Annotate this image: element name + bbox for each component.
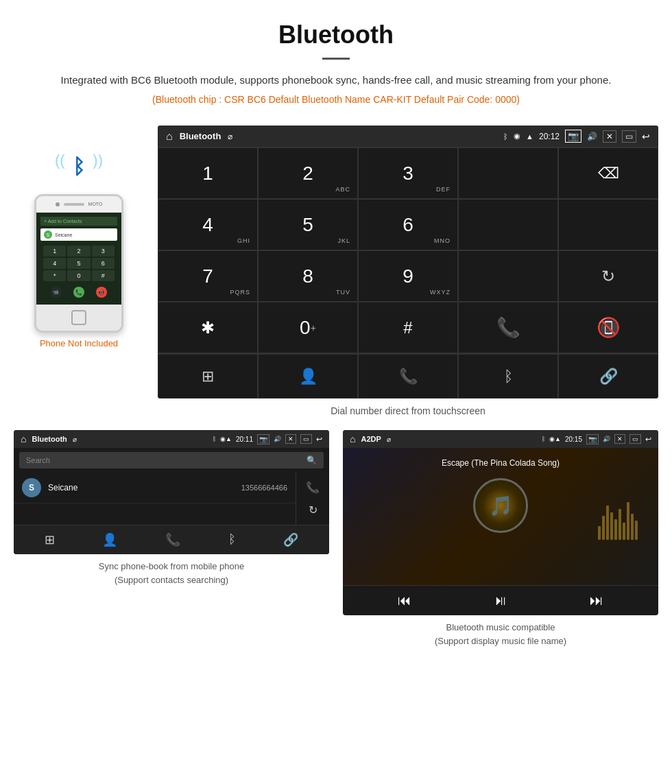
page-title: Bluetooth [27,21,645,49]
headunit-screen-dialpad: ⌂ Bluetooth ⌀ ᛒ ◉ ▲ 20:12 📷 🔊 ✕ ▭ ↩ [158,126,658,399]
hu-back-icon[interactable]: ↩ [642,131,650,142]
phone-screen: + Add to Contacts S Seicane 1 2 3 4 5 6 … [36,213,121,305]
music-home-icon[interactable]: ⌂ [350,433,355,444]
dial-empty-r3-4 [458,250,558,302]
dial-key-2[interactable]: 2ABC [258,147,358,199]
music-prev-btn[interactable]: ⏮ [398,593,411,608]
pb-toolbar: ⊞ 👤 📞 ᛒ 🔗 [14,525,329,554]
dial-key-4[interactable]: 4GHI [158,199,258,250]
music-caption: Bluetooth music compatible (Support disp… [343,615,658,648]
phone-key-hash[interactable]: # [92,270,115,281]
pb-tool-link[interactable]: 🔗 [283,532,298,547]
phone-key-4[interactable]: 4 [43,258,66,269]
page-description: Integrated with BC6 Bluetooth module, su… [27,72,645,88]
dial-key-5[interactable]: 5JKL [258,199,358,250]
music-next-btn[interactable]: ⏭ [590,593,603,608]
pb-close-icon[interactable]: ✕ [285,434,296,444]
pb-tool-bt[interactable]: ᛒ [228,532,236,547]
dial-key-0[interactable]: 0+ [258,302,358,353]
pb-signal-icon: ◉▲ [220,436,232,442]
hu-volume-icon[interactable]: 🔊 [587,132,597,141]
pb-contact-row[interactable]: S Seicane 13566664466 [14,473,296,503]
page-header: Bluetooth Integrated with BC6 Bluetooth … [0,0,672,126]
dial-call-red[interactable]: 📵 [558,302,658,353]
phone-contact-row: S Seicane [40,228,117,241]
phonebook-caption: Sync phone-book from mobile phone (Suppo… [14,554,329,586]
dial-key-7[interactable]: 7PQRS [158,250,258,302]
phone-key-star[interactable]: * [43,270,66,281]
phone-top-bar: MOTO [36,196,121,213]
dial-key-8[interactable]: 8TUV [258,250,358,302]
music-caption-line1: Bluetooth music compatible [446,622,555,632]
contact-name: Seicane [48,483,77,492]
contact-avatar-s: S [22,478,41,497]
hu-close-icon[interactable]: ✕ [603,130,616,143]
phone-speaker [64,203,84,206]
pb-tool-grid[interactable]: ⊞ [45,532,55,547]
phone-home-button[interactable] [71,310,86,325]
dial-key-9[interactable]: 9WXYZ [358,250,458,302]
dialpad-caption: Dial number direct from touchscreen [158,399,658,430]
music-back-icon[interactable]: ↩ [645,435,651,444]
bluetooth-signal-illustration: (( )) ᛒ [55,146,103,187]
phone-video-btn[interactable]: 📹 [51,287,62,298]
dial-key-star[interactable]: ✱ [158,302,258,353]
pb-back-icon[interactable]: ↩ [316,435,322,444]
music-bt-icon: ᛒ [542,436,545,442]
phone-key-0[interactable]: 0 [67,270,90,281]
dial-key-6[interactable]: 6MNO [358,199,458,250]
contact-name: Seicane [55,233,72,237]
music-vol-icon[interactable]: 🔊 [603,436,610,442]
pb-side-refresh-icon[interactable]: ↻ [309,503,317,516]
toolbar-grid[interactable]: ⊞ [158,354,258,399]
dialpad-toolbar: ⊞ 👤 📞 ᛒ 🔗 [158,353,658,399]
dial-key-hash[interactable]: # [358,302,458,353]
headunit-dialpad-screen: ⌂ Bluetooth ⌀ ᛒ ◉ ▲ 20:12 📷 🔊 ✕ ▭ ↩ [158,126,658,430]
music-song-title: Escape (The Pina Colada Song) [442,458,560,468]
music-camera-icon[interactable]: 📷 [586,434,599,444]
hu-camera-icon[interactable]: 📷 [565,130,581,143]
music-screen-icon[interactable]: ▭ [629,434,641,444]
dial-key-3[interactable]: 3DEF [358,147,458,199]
pb-home-icon[interactable]: ⌂ [21,433,26,444]
toolbar-contacts[interactable]: 👤 [258,354,358,399]
pb-camera-icon[interactable]: 📷 [257,434,269,444]
pb-bt-icon: ᛒ [213,436,216,442]
phone-key-3[interactable]: 3 [92,246,115,257]
phone-end-btn[interactable]: 📵 [96,287,107,298]
hu-home-icon[interactable]: ⌂ [166,130,173,143]
dial-sub-6: MNO [434,237,451,244]
dial-call-green[interactable]: 📞 [458,302,558,353]
phone-key-6[interactable]: 6 [92,258,115,269]
music-close-icon[interactable]: ✕ [614,434,625,444]
music-body: Escape (The Pina Colada Song) 🎵 [343,448,658,585]
toolbar-link[interactable]: 🔗 [558,354,658,399]
music-playpause-btn[interactable]: ⏯ [494,593,507,608]
dial-key-1[interactable]: 1 [158,147,258,199]
phone-key-5[interactable]: 5 [67,258,90,269]
eq-bar-3 [606,506,609,540]
pb-tool-phone[interactable]: 📞 [165,532,180,547]
dial-refresh[interactable]: ↻ [558,250,658,302]
hu-screen-icon[interactable]: ▭ [622,130,636,143]
phone-key-1[interactable]: 1 [43,246,66,257]
hu-location-icon: ◉ [514,132,520,141]
dial-backspace[interactable]: ⌫ [558,147,658,199]
phone-not-included-label: Phone Not Included [40,338,118,348]
toolbar-bluetooth[interactable]: ᛒ [458,354,558,399]
pb-search-icon[interactable]: 🔍 [307,455,317,465]
pb-status-right: ᛒ ◉▲ 20:11 📷 🔊 ✕ ▭ ↩ [213,434,322,444]
phone-call-btn[interactable]: 📞 [73,287,84,298]
bottom-row: ⌂ Bluetooth ⌀ ᛒ ◉▲ 20:11 📷 🔊 ✕ ▭ ↩ Searc… [0,430,672,661]
pb-search-bar: Search 🔍 [19,452,324,468]
phone-keypad: 1 2 3 4 5 6 * 0 # [40,243,117,284]
music-time: 20:15 [565,436,582,443]
eq-bar-1 [598,526,601,540]
phone-key-2[interactable]: 2 [67,246,90,257]
hu-bt-icon: ᛒ [503,132,508,141]
pb-screen-icon[interactable]: ▭ [300,434,312,444]
pb-side-phone-icon[interactable]: 📞 [306,481,320,494]
toolbar-phone[interactable]: 📞 [358,354,458,399]
pb-vol-icon[interactable]: 🔊 [274,436,281,442]
pb-tool-person[interactable]: 👤 [102,532,117,547]
